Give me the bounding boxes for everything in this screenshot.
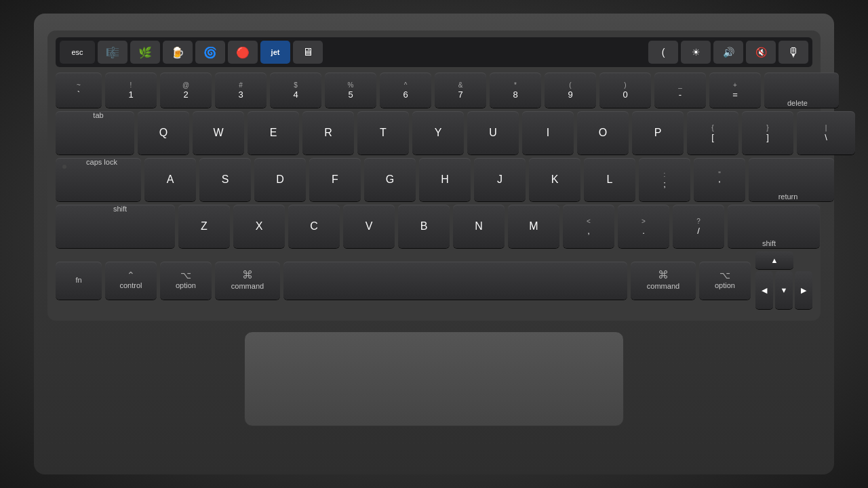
arrow-up-icon: ▲	[771, 256, 778, 264]
key-e[interactable]: E	[248, 111, 299, 155]
tb-app-bear[interactable]: 🍺	[163, 41, 193, 64]
key-equals[interactable]: + =	[709, 73, 761, 108]
key-shift-right[interactable]: shift	[728, 205, 820, 248]
key-f[interactable]: F	[309, 158, 361, 201]
key-m[interactable]: M	[508, 205, 559, 248]
key-k[interactable]: K	[529, 158, 580, 201]
key-z[interactable]: Z	[178, 205, 230, 248]
key-control[interactable]: ⌃ control	[105, 262, 157, 300]
key-t[interactable]: T	[357, 111, 409, 155]
key-x[interactable]: X	[233, 205, 285, 248]
key-u[interactable]: U	[467, 111, 519, 155]
brightness-up-icon: ☀	[692, 47, 701, 58]
leaf-icon: 🌿	[138, 46, 152, 59]
arrow-cluster: ▲ ◀ ▼ ▶	[755, 251, 812, 309]
key-2[interactable]: @ 2	[160, 73, 212, 108]
key-3[interactable]: # 3	[215, 73, 267, 108]
key-shift-left[interactable]: shift	[56, 205, 175, 248]
zxcv-row: shift Z X C V B N M < , > . ? / shift	[56, 205, 812, 248]
key-command-left[interactable]: ⌘ command	[215, 262, 280, 300]
key-minus[interactable]: _ -	[654, 73, 706, 108]
key-8[interactable]: * 8	[490, 73, 541, 108]
key-0[interactable]: ) 0	[599, 73, 651, 108]
key-o[interactable]: O	[577, 111, 629, 155]
musical-icon: 🎼	[106, 46, 119, 59]
key-l[interactable]: L	[584, 158, 635, 201]
arrow-left-icon: ◀	[762, 286, 767, 295]
key-d[interactable]: D	[254, 158, 306, 201]
tb-app-record[interactable]: 🔴	[228, 41, 258, 64]
key-a[interactable]: A	[144, 158, 196, 201]
bottom-row: fn ⌃ control ⌥ option ⌘ command ⌘ comman…	[56, 251, 812, 309]
volume-icon: 🔊	[723, 47, 734, 58]
key-r[interactable]: R	[302, 111, 354, 155]
key-c[interactable]: C	[288, 205, 340, 248]
key-p[interactable]: P	[632, 111, 684, 155]
tb-brightness-down[interactable]: (	[648, 41, 678, 64]
key-q[interactable]: Q	[138, 111, 189, 155]
number-row: ~ ` ! 1 @ 2 # 3 $ 4 % 5	[56, 73, 812, 108]
key-arrow-down[interactable]: ▼	[775, 271, 793, 309]
tb-esc-key[interactable]: esc	[60, 41, 95, 64]
tb-mute[interactable]: 🔇	[746, 41, 776, 64]
key-n[interactable]: N	[453, 205, 505, 248]
tb-app-leaf[interactable]: 🌿	[130, 41, 160, 64]
key-bracket-left[interactable]: { [	[687, 111, 738, 155]
key-9[interactable]: ( 9	[545, 73, 596, 108]
keyboard-area: esc 🎼 🌿 🍺 🌀 🔴 jet 🖥	[47, 30, 821, 321]
asdf-row: caps lock A S D F G H J K L : ; " ' retu…	[56, 158, 812, 201]
key-arrow-left[interactable]: ◀	[755, 271, 773, 309]
key-option-right[interactable]: ⌥ option	[699, 262, 751, 300]
key-arrow-up[interactable]: ▲	[755, 251, 793, 269]
key-7[interactable]: & 7	[435, 73, 486, 108]
tb-brightness-up[interactable]: ☀	[681, 41, 711, 64]
key-h[interactable]: H	[419, 158, 471, 201]
key-fn[interactable]: fn	[56, 262, 102, 300]
tb-app-spirals[interactable]: 🌀	[195, 41, 225, 64]
key-option-left[interactable]: ⌥ option	[160, 262, 212, 300]
qwerty-row: tab Q W E R T Y U I O P { [ } ] | \	[56, 111, 812, 155]
key-backslash[interactable]: | \	[797, 111, 855, 155]
key-bracket-right[interactable]: } ]	[742, 111, 793, 155]
key-w[interactable]: W	[193, 111, 244, 155]
caps-lock-indicator	[62, 165, 66, 169]
key-space[interactable]	[283, 262, 627, 300]
mute-icon: 🔇	[755, 47, 767, 58]
key-command-right[interactable]: ⌘ command	[631, 262, 696, 300]
key-i[interactable]: I	[522, 111, 574, 155]
tb-volume[interactable]: 🔊	[713, 41, 743, 64]
key-5[interactable]: % 5	[325, 73, 376, 108]
trackpad[interactable]	[244, 331, 624, 426]
tb-app-musical[interactable]: 🎼	[98, 41, 127, 64]
key-6[interactable]: ^ 6	[380, 73, 431, 108]
key-comma[interactable]: < ,	[563, 205, 614, 248]
key-semicolon[interactable]: : ;	[639, 158, 690, 201]
key-backtick[interactable]: ~ `	[56, 73, 102, 108]
key-j[interactable]: J	[474, 158, 526, 201]
arrow-right-icon: ▶	[801, 286, 806, 295]
key-s[interactable]: S	[199, 158, 251, 201]
key-arrow-right[interactable]: ▶	[795, 271, 812, 309]
screencast-icon: 🖥	[302, 46, 313, 58]
key-period[interactable]: > .	[618, 205, 669, 248]
key-v[interactable]: V	[343, 205, 395, 248]
key-slash[interactable]: ? /	[673, 205, 724, 248]
key-delete[interactable]: delete	[764, 73, 839, 108]
key-g[interactable]: G	[364, 158, 416, 201]
tb-app-screencast[interactable]: 🖥	[293, 41, 323, 64]
key-caps-lock[interactable]: caps lock	[56, 158, 141, 201]
touch-bar: esc 🎼 🌿 🍺 🌀 🔴 jet 🖥	[56, 37, 812, 67]
key-tab[interactable]: tab	[56, 111, 134, 155]
key-return[interactable]: return	[749, 158, 834, 201]
tb-siri[interactable]: 🎙	[778, 41, 808, 64]
key-y[interactable]: Y	[412, 111, 464, 155]
key-1[interactable]: ! 1	[105, 73, 157, 108]
tb-app-jetbrains[interactable]: jet	[260, 41, 290, 64]
arrow-left-right-row: ◀ ▼ ▶	[755, 271, 812, 309]
key-b[interactable]: B	[398, 205, 450, 248]
siri-icon: 🎙	[787, 45, 800, 60]
record-icon: 🔴	[236, 46, 250, 59]
key-quote[interactable]: " '	[694, 158, 745, 201]
jetbrains-label: jet	[271, 48, 280, 56]
key-4[interactable]: $ 4	[270, 73, 321, 108]
